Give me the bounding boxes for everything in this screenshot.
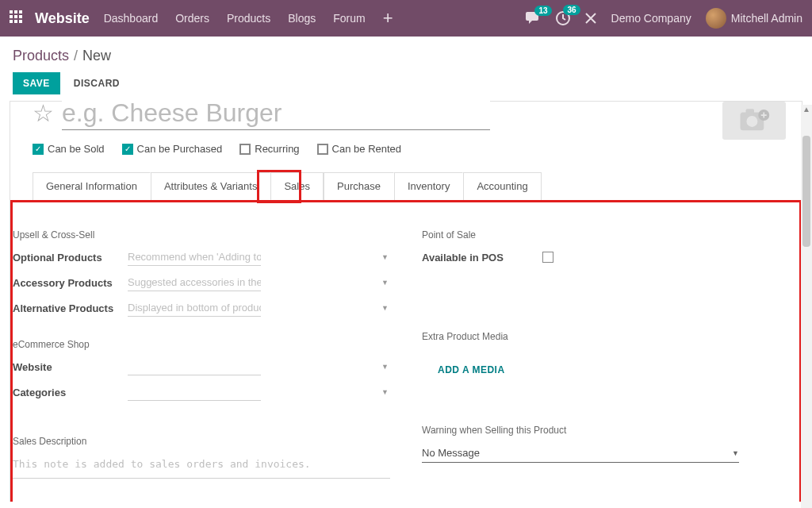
categories-input[interactable] bbox=[128, 383, 261, 401]
col-left: Upsell & Cross-Sell Optional Products ▼ … bbox=[13, 229, 390, 481]
product-name-input[interactable] bbox=[62, 101, 490, 130]
apps-icon[interactable] bbox=[10, 10, 25, 26]
breadcrumb: Products / New bbox=[13, 48, 799, 64]
chevron-down-icon: ▼ bbox=[381, 363, 389, 371]
tab-inventory[interactable]: Inventory bbox=[394, 172, 463, 200]
tab-accounting[interactable]: Accounting bbox=[463, 172, 541, 200]
section-sales-description: Sales Description bbox=[13, 436, 390, 447]
tab-purchase[interactable]: Purchase bbox=[324, 172, 394, 200]
highlight-panel-box: Upsell & Cross-Sell Optional Products ▼ … bbox=[10, 200, 802, 502]
chat-icon[interactable]: 13 bbox=[526, 12, 542, 25]
svg-rect-2 bbox=[746, 109, 755, 114]
section-ecommerce: eCommerce Shop bbox=[13, 339, 390, 350]
chevron-down-icon: ▼ bbox=[381, 253, 389, 261]
section-extra-media: Extra Product Media bbox=[422, 331, 799, 342]
breadcrumb-leaf: New bbox=[82, 48, 111, 64]
sales-description-input[interactable] bbox=[13, 455, 390, 479]
tools-icon[interactable] bbox=[584, 12, 597, 25]
add-media-button[interactable]: ADD A MEDIA bbox=[438, 364, 505, 375]
can-be-rented-checkbox[interactable]: Can be Rented bbox=[317, 143, 401, 155]
website-input[interactable] bbox=[128, 358, 261, 375]
recurring-checkbox[interactable]: Recurring bbox=[239, 143, 299, 155]
breadcrumb-sep: / bbox=[74, 48, 78, 64]
favorite-star-icon[interactable]: ☆ bbox=[33, 102, 54, 125]
clock-badge: 36 bbox=[563, 5, 580, 15]
alternative-products-input[interactable] bbox=[128, 299, 261, 317]
company-switcher[interactable]: Demo Company bbox=[611, 12, 691, 25]
nav-right: 13 36 Demo Company Mitchell Admin bbox=[526, 8, 802, 29]
clock-icon[interactable]: 36 bbox=[556, 11, 570, 25]
tab-attributes-variants[interactable]: Attributes & Variants bbox=[151, 172, 271, 200]
accessory-products-input[interactable] bbox=[128, 274, 261, 291]
warning-select[interactable]: No Message ▼ bbox=[422, 444, 739, 463]
col-right: Point of Sale Available in POS Extra Pro… bbox=[422, 229, 799, 481]
can-be-purchased-checkbox[interactable]: Can be Purchased bbox=[122, 143, 223, 155]
label-alternative-products: Alternative Products bbox=[13, 302, 128, 314]
nav-blogs[interactable]: Blogs bbox=[288, 12, 316, 25]
chat-badge: 13 bbox=[534, 6, 551, 16]
optional-products-input[interactable] bbox=[128, 248, 261, 266]
control-panel: Products / New SAVE DISCARD bbox=[0, 37, 812, 101]
checkmark-icon bbox=[122, 144, 133, 155]
nav-forum[interactable]: Forum bbox=[333, 12, 365, 25]
checkbox-empty-icon bbox=[317, 144, 328, 155]
form-sheet: ☆ Can be Sold Can be Purchased Recurring… bbox=[10, 101, 802, 502]
user-name: Mitchell Admin bbox=[731, 12, 802, 25]
save-button[interactable]: SAVE bbox=[13, 72, 60, 94]
avatar bbox=[706, 8, 726, 29]
label-accessory-products: Accessory Products bbox=[13, 277, 128, 289]
svg-point-3 bbox=[746, 116, 757, 127]
tabs: General Information Attributes & Variant… bbox=[33, 172, 779, 201]
checkmark-icon bbox=[33, 144, 44, 155]
label-available-in-pos: Available in POS bbox=[422, 252, 541, 264]
nav-items: Dashboard Orders Products Blogs Forum + bbox=[104, 10, 393, 27]
chevron-down-icon: ▼ bbox=[381, 279, 389, 287]
user-menu[interactable]: Mitchell Admin bbox=[706, 8, 802, 29]
brand[interactable]: Website bbox=[35, 10, 90, 27]
label-optional-products: Optional Products bbox=[13, 252, 128, 264]
available-in-pos-checkbox[interactable] bbox=[542, 252, 553, 263]
nav-orders[interactable]: Orders bbox=[175, 12, 209, 25]
label-website: Website bbox=[13, 361, 128, 373]
tab-general-information[interactable]: General Information bbox=[33, 172, 151, 200]
label-categories: Categories bbox=[13, 387, 128, 398]
scroll-up-icon: ▲ bbox=[801, 105, 812, 114]
section-pos: Point of Sale bbox=[422, 229, 799, 241]
scrollbar[interactable]: ▲ bbox=[801, 105, 812, 508]
scroll-thumb[interactable] bbox=[802, 136, 810, 247]
checkbox-empty-icon bbox=[239, 144, 251, 155]
chevron-down-icon: ▼ bbox=[381, 304, 389, 312]
tab-sales[interactable]: Sales bbox=[270, 172, 324, 201]
section-upsell: Upsell & Cross-Sell bbox=[13, 229, 390, 241]
nav-dashboard[interactable]: Dashboard bbox=[104, 12, 159, 25]
chevron-down-icon: ▼ bbox=[732, 449, 739, 457]
can-be-sold-checkbox[interactable]: Can be Sold bbox=[33, 143, 105, 155]
breadcrumb-root[interactable]: Products bbox=[13, 48, 69, 64]
section-warning: Warning when Selling this Product bbox=[422, 425, 799, 436]
chevron-down-icon: ▼ bbox=[381, 388, 389, 396]
nav-products[interactable]: Products bbox=[227, 12, 270, 25]
warning-value: No Message bbox=[422, 447, 732, 459]
top-nav: Website Dashboard Orders Products Blogs … bbox=[0, 0, 812, 37]
discard-button[interactable]: DISCARD bbox=[63, 72, 130, 94]
nav-plus-icon[interactable]: + bbox=[383, 10, 393, 27]
product-image-placeholder[interactable] bbox=[722, 102, 786, 140]
